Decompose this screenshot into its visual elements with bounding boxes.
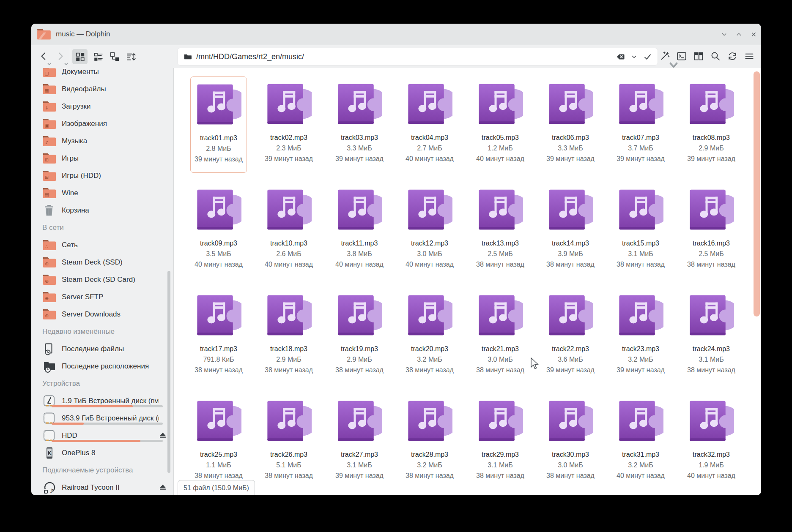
search-icon[interactable] <box>710 51 721 62</box>
sidebar-item[interactable]: ♪Railroad Tycoon II <box>31 479 173 495</box>
audio-file-icon <box>548 187 593 232</box>
refresh-icon[interactable] <box>727 51 738 62</box>
file-tile[interactable]: track01.mp32.8 МиБ39 минут назад <box>190 76 247 173</box>
file-tile[interactable]: track13.mp32.5 МиБ38 минут назад <box>472 182 529 278</box>
sidebar-item[interactable]: KOnePlus 8 <box>31 444 173 461</box>
sidebar-item[interactable]: 1.9 ТиБ Встроенный диск (nvm… <box>31 392 173 409</box>
sidebar-item[interactable]: Последние расположения <box>31 357 173 375</box>
file-size: 3.2 МиБ <box>401 354 458 365</box>
sidebar-item-label: Игры (HDD) <box>62 172 101 180</box>
file-view[interactable]: track01.mp32.8 МиБ39 минут назадtrack02.… <box>173 68 761 495</box>
file-name: track07.mp3 <box>612 132 669 143</box>
file-tile[interactable]: track23.mp33.2 МиБ39 минут назад <box>612 288 669 384</box>
sidebar-item[interactable]: ↓ Загрузки <box>31 98 173 115</box>
sidebar-item[interactable]: Последние файлы <box>31 340 173 357</box>
file-tile[interactable]: track32.mp31.9 МиБ40 минут назад <box>683 393 740 490</box>
sidebar-item[interactable]: ⊕ Server Downloads <box>31 306 173 323</box>
forward-history-chevron-icon[interactable] <box>64 60 69 65</box>
file-size: 1.1 МиБ <box>190 460 247 470</box>
sidebar-item[interactable]: ∴ Сеть <box>31 236 173 254</box>
file-tile[interactable]: track03.mp33.3 МиБ39 минут назад <box>331 76 388 173</box>
sidebar-item[interactable]: Корзина <box>31 202 173 219</box>
file-time: 39 минут назад <box>542 153 599 164</box>
file-tile[interactable]: track10.mp32.6 МиБ40 минут назад <box>260 182 317 278</box>
file-tile[interactable]: track29.mp33.1 МиБ38 минут назад <box>472 393 529 490</box>
file-tile[interactable]: track24.mp33.1 МиБ38 минут назад <box>683 288 740 384</box>
sidebar-item-label: Server SFTP <box>62 293 103 301</box>
file-tile[interactable]: track25.mp31.1 МиБ38 минут назад <box>190 393 247 490</box>
sidebar-item[interactable]: ⊕ Server SFTP <box>31 288 173 306</box>
adjust-view-icon[interactable] <box>659 51 670 62</box>
file-name: track31.mp3 <box>612 449 669 460</box>
file-name: track10.mp3 <box>260 238 317 248</box>
sidebar-scrollbar[interactable] <box>167 271 170 473</box>
file-tile[interactable]: track08.mp32.9 МиБ39 минут назад <box>683 76 740 173</box>
file-tile[interactable]: track26.mp35.1 МиБ38 минут назад <box>260 393 317 490</box>
titlebar[interactable]: music — Dolphin <box>31 24 761 45</box>
location-bar[interactable]: /mnt/HDD/Games/rt2_en/music/ <box>177 48 658 65</box>
file-time: 39 минут назад <box>542 365 599 375</box>
close-button[interactable] <box>748 29 759 39</box>
file-tile[interactable]: track16.mp32.5 МиБ38 минут назад <box>683 182 740 278</box>
sidebar-item[interactable]: ⊞ Игры <box>31 150 173 167</box>
terminal-icon[interactable] <box>676 51 687 62</box>
accept-icon[interactable] <box>643 52 652 62</box>
split-view-icon[interactable] <box>693 51 704 62</box>
sidebar-item[interactable]: 953.9 ГиБ Встроенный диск (nv… <box>31 409 173 427</box>
file-tile[interactable]: track22.mp33.6 МиБ39 минут назад <box>542 288 599 384</box>
eject-button[interactable] <box>158 431 167 440</box>
file-size: 791.8 КиБ <box>190 354 247 365</box>
icons-view-button[interactable] <box>72 49 88 64</box>
sidebar-item[interactable]: ♪ Музыка <box>31 132 173 150</box>
maximize-button[interactable] <box>734 29 744 39</box>
folder-globe-icon: ⊕ <box>42 273 57 286</box>
location-path[interactable]: /mnt/HDD/Games/rt2_en/music/ <box>196 52 616 61</box>
menu-icon[interactable] <box>744 51 755 62</box>
eject-button[interactable] <box>158 483 167 492</box>
sort-button[interactable] <box>123 49 139 64</box>
toolbar: /mnt/HDD/Games/rt2_en/music/ <box>31 45 761 68</box>
sidebar-item[interactable]: ⊞ Игры (HDD) <box>31 167 173 184</box>
file-tile[interactable]: track05.mp31.2 МиБ40 минут назад <box>472 76 529 173</box>
details-view-button[interactable] <box>90 49 106 64</box>
file-tile[interactable]: track27.mp33.1 МиБ39 минут назад <box>331 393 388 490</box>
file-tile[interactable]: track15.mp33.1 МиБ38 минут назад <box>612 182 669 278</box>
file-tile[interactable]: track06.mp33.3 МиБ39 минут назад <box>542 76 599 173</box>
file-tile[interactable]: track28.mp33.2 МиБ38 минут назад <box>401 393 458 490</box>
file-tile[interactable]: track07.mp33.7 МиБ39 минут назад <box>612 76 669 173</box>
file-tile[interactable]: track02.mp32.3 МиБ39 минут назад <box>260 76 317 173</box>
file-tile[interactable]: track30.mp33.0 МиБ38 минут назад <box>542 393 599 490</box>
file-tile[interactable]: track19.mp32.9 МиБ38 минут назад <box>331 288 388 384</box>
file-tile[interactable]: track31.mp33.2 МиБ40 минут назад <box>612 393 669 490</box>
clear-icon[interactable] <box>616 52 625 62</box>
file-size: 3.8 МиБ <box>331 248 388 259</box>
file-tile[interactable]: track20.mp33.2 МиБ38 минут назад <box>401 288 458 384</box>
sidebar-item[interactable]: ▤ Wine <box>31 184 173 202</box>
sidebar-item[interactable]: ⊕ Steam Deck (SD Card) <box>31 271 173 288</box>
folder-wine-icon: ▤ <box>42 187 57 199</box>
audio-file-icon <box>618 398 663 444</box>
file-tile[interactable]: track21.mp33.0 МиБ38 минут назад <box>472 288 529 384</box>
sidebar-item-label: Сеть <box>62 241 78 249</box>
sidebar-item[interactable]: HDD <box>31 427 173 444</box>
file-tile[interactable]: track18.mp32.9 МиБ38 минут назад <box>260 288 317 384</box>
minimize-button[interactable] <box>719 29 729 39</box>
audio-file-icon <box>407 292 452 338</box>
sidebar-item[interactable]: ▣ Изображения <box>31 115 173 132</box>
back-history-chevron-icon[interactable] <box>47 60 52 65</box>
file-tile[interactable]: track11.mp33.8 МиБ40 минут назад <box>331 182 388 278</box>
file-tile[interactable]: track17.mp3791.8 КиБ38 минут назад <box>190 288 247 384</box>
tree-view-button[interactable] <box>107 49 122 64</box>
file-tile[interactable]: track12.mp33.0 МиБ40 минут назад <box>401 182 458 278</box>
main-scrollbar[interactable] <box>754 71 760 316</box>
sidebar-item[interactable]: ▢ Документы <box>31 68 173 80</box>
file-tile[interactable]: track09.mp33.5 МиБ40 минут назад <box>190 182 247 278</box>
file-time: 38 минут назад <box>401 365 458 375</box>
audio-file-icon <box>688 187 734 232</box>
file-name: track28.mp3 <box>401 449 458 460</box>
chevron-down-icon[interactable] <box>630 53 638 61</box>
sidebar-item[interactable]: ⊕ Steam Deck (SSD) <box>31 254 173 271</box>
sidebar-item[interactable]: ▦ Видеофайлы <box>31 80 173 98</box>
file-tile[interactable]: track04.mp32.7 МиБ40 минут назад <box>401 76 458 173</box>
file-tile[interactable]: track14.mp33.9 МиБ38 минут назад <box>542 182 599 278</box>
